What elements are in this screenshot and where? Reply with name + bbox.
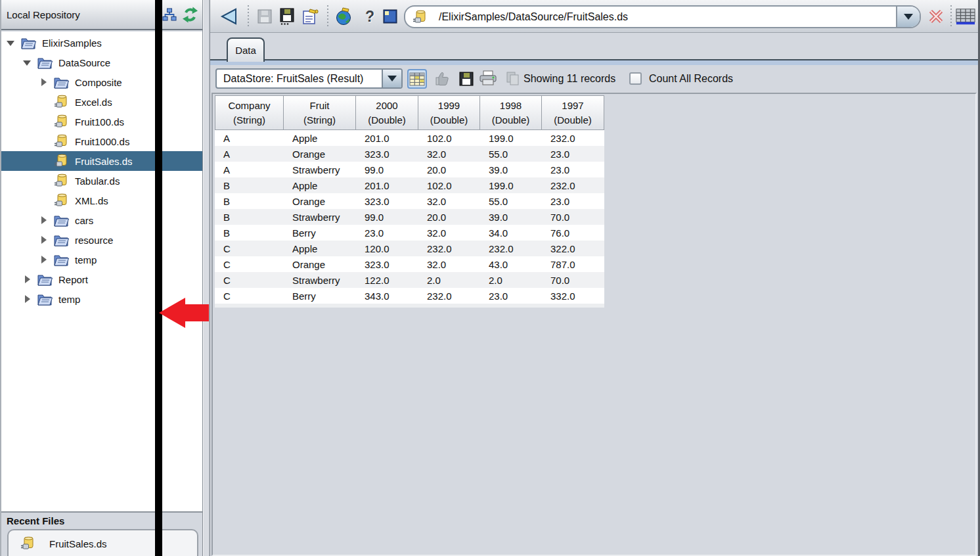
tree-item-label: cars bbox=[75, 215, 93, 226]
table-row[interactable]: AStrawberry99.020.039.023.0 bbox=[215, 162, 604, 177]
folder-icon bbox=[53, 232, 70, 248]
datasource-icon bbox=[53, 173, 70, 189]
tree-item-label: FruitSales.ds bbox=[75, 156, 133, 167]
column-header-2000[interactable]: 2000(Double) bbox=[356, 95, 418, 130]
tree-item-excel-ds[interactable]: Excel.ds bbox=[1, 92, 202, 112]
table-row[interactable]: AOrange323.032.055.023.0 bbox=[215, 146, 604, 162]
table-cell: 102.0 bbox=[418, 130, 480, 146]
column-type: (String) bbox=[303, 113, 336, 127]
path-combobox[interactable]: /ElixirSamples/DataSource/FruitSales.ds bbox=[404, 5, 921, 28]
tree-expanded-arrow-icon[interactable] bbox=[23, 58, 32, 67]
column-header-fruit[interactable]: Fruit(String) bbox=[284, 95, 356, 130]
table-cell: 39.0 bbox=[480, 209, 542, 225]
table-cell: 323.0 bbox=[356, 146, 418, 162]
application-window: Local Repository ElixirSamplesDataSourc bbox=[0, 0, 980, 556]
tree-expanded-arrow-icon[interactable] bbox=[7, 38, 16, 47]
table-row[interactable]: BOrange323.032.055.023.0 bbox=[215, 193, 604, 209]
tree-item-xml-ds[interactable]: XML.ds bbox=[1, 191, 202, 210]
table-cell: Strawberry bbox=[284, 209, 356, 225]
table-cell: 32.0 bbox=[418, 256, 480, 272]
column-header-1999[interactable]: 1999(Double) bbox=[418, 95, 480, 130]
save-as-icon[interactable] bbox=[277, 7, 297, 26]
column-header-1997[interactable]: 1997(Double) bbox=[542, 95, 604, 130]
table-footer-strip bbox=[215, 304, 604, 308]
save-icon[interactable] bbox=[457, 69, 476, 89]
help-icon[interactable]: ? bbox=[360, 7, 380, 26]
tree-indent-spacer bbox=[39, 97, 49, 106]
recent-file-item[interactable]: FruitSales.ds bbox=[19, 536, 197, 551]
path-dropdown-button[interactable] bbox=[896, 7, 920, 27]
refresh-icon[interactable] bbox=[181, 6, 198, 23]
main-toolbar: ? /ElixirSamples/DataSource/FruitSales.d… bbox=[210, 0, 980, 33]
back-icon[interactable] bbox=[219, 7, 238, 26]
table-cell: 55.0 bbox=[480, 193, 542, 209]
table-row[interactable]: CApple120.0232.0232.0322.0 bbox=[215, 241, 604, 256]
datastore-dropdown-button[interactable] bbox=[382, 70, 401, 87]
tree-item-cars[interactable]: cars bbox=[1, 210, 202, 230]
tree-item-fruit1000-ds[interactable]: Fruit1000.ds bbox=[1, 131, 202, 151]
copy-icon[interactable] bbox=[503, 69, 523, 89]
column-header-company[interactable]: Company(String) bbox=[215, 95, 284, 130]
tree-item-tabular-ds[interactable]: Tabular.ds bbox=[1, 171, 202, 191]
table-row[interactable]: BApple201.0102.0199.0232.0 bbox=[215, 177, 604, 193]
tree-collapsed-arrow-icon[interactable] bbox=[39, 78, 49, 87]
column-header-1998[interactable]: 1998(Double) bbox=[480, 95, 542, 130]
table-cell: 23.0 bbox=[542, 146, 604, 162]
folder-icon bbox=[36, 55, 53, 70]
table-cell: 199.0 bbox=[480, 177, 542, 193]
edit-properties-icon[interactable] bbox=[300, 7, 320, 26]
web-icon[interactable] bbox=[334, 7, 354, 26]
tree-collapsed-arrow-icon[interactable] bbox=[39, 235, 49, 244]
save-icon[interactable] bbox=[255, 7, 275, 26]
table-cell: 55.0 bbox=[480, 146, 542, 162]
table-row[interactable]: BBerry23.032.034.076.0 bbox=[215, 225, 604, 241]
tree-item-datasource[interactable]: DataSource bbox=[1, 53, 202, 72]
table-grid-icon[interactable] bbox=[956, 7, 975, 26]
tree-collapsed-arrow-icon[interactable] bbox=[23, 294, 32, 304]
datasource-icon bbox=[53, 133, 70, 149]
tree-item-fruitsales-ds[interactable]: FruitSales.ds bbox=[1, 151, 202, 171]
table-cell: Strawberry bbox=[284, 162, 356, 177]
tree-item-elixirsamples[interactable]: ElixirSamples bbox=[1, 33, 202, 53]
table-row[interactable]: CBerry343.0232.023.0332.0 bbox=[215, 288, 604, 304]
tree-item-label: resource bbox=[75, 235, 113, 246]
table-cell: 23.0 bbox=[480, 288, 542, 304]
data-view-panel: Company(String)Fruit(String)2000(Double)… bbox=[212, 93, 977, 556]
table-cell: 232.0 bbox=[418, 241, 480, 256]
tab-data[interactable]: Data bbox=[227, 37, 265, 62]
repository-panel: Local Repository ElixirSamplesDataSourc bbox=[0, 0, 202, 556]
close-icon[interactable] bbox=[926, 7, 946, 26]
table-row[interactable]: CStrawberry122.02.02.070.0 bbox=[215, 272, 604, 288]
table-row[interactable]: COrange323.032.043.0787.0 bbox=[215, 256, 604, 272]
print-icon[interactable] bbox=[478, 69, 498, 89]
black-vertical-line-annotation bbox=[155, 0, 162, 556]
table-cell: 32.0 bbox=[418, 225, 480, 241]
tree-collapsed-arrow-icon[interactable] bbox=[39, 216, 49, 225]
window-icon[interactable] bbox=[380, 7, 400, 26]
table-cell: B bbox=[215, 193, 284, 209]
datastore-combobox[interactable]: DataStore: FruitSales (Result) bbox=[215, 68, 403, 89]
datasource-icon bbox=[53, 114, 70, 129]
grid-view-icon[interactable] bbox=[407, 69, 427, 89]
tree-collapsed-arrow-icon[interactable] bbox=[23, 275, 32, 284]
tree-item-report[interactable]: Report bbox=[1, 269, 202, 289]
table-row[interactable]: AApple201.0102.0199.0232.0 bbox=[215, 130, 604, 146]
tree-item-temp[interactable]: temp bbox=[1, 250, 202, 269]
tree-collapsed-arrow-icon[interactable] bbox=[39, 255, 49, 264]
tree-item-composite[interactable]: Composite bbox=[1, 72, 202, 92]
column-type: (Double) bbox=[368, 113, 406, 127]
hand-icon[interactable] bbox=[432, 69, 452, 89]
table-cell: Orange bbox=[284, 256, 356, 272]
tree-indent-spacer bbox=[39, 156, 49, 166]
tree-item-resource[interactable]: resource bbox=[1, 230, 202, 250]
folder-icon bbox=[53, 252, 70, 267]
count-all-checkbox[interactable] bbox=[629, 72, 642, 85]
sitemap-icon[interactable] bbox=[161, 6, 178, 23]
table-cell: B bbox=[215, 209, 284, 225]
folder-icon bbox=[20, 35, 37, 51]
table-row[interactable]: BStrawberry99.020.039.070.0 bbox=[215, 209, 604, 225]
panel-splitter[interactable] bbox=[202, 0, 210, 556]
path-combobox-value: /ElixirSamples/DataSource/FruitSales.ds bbox=[439, 11, 896, 23]
folder-icon bbox=[53, 74, 70, 90]
tree-item-fruit100-ds[interactable]: Fruit100.ds bbox=[1, 112, 202, 131]
